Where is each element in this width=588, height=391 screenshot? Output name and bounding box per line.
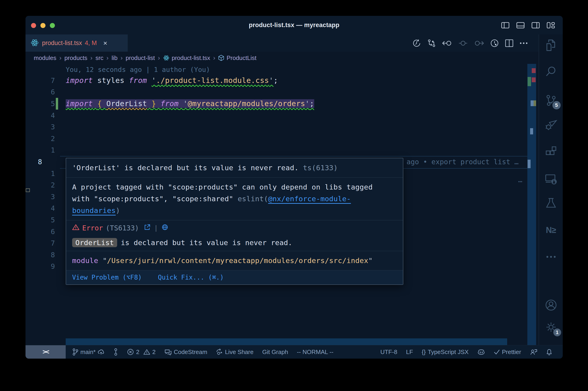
horizontal-scrollbar[interactable] (66, 338, 507, 345)
tab-close-icon[interactable]: × (103, 39, 107, 47)
lint-rule-line1: A project tagged with "scope:products" c… (72, 181, 397, 193)
breadcrumb-lib[interactable]: lib (112, 54, 118, 62)
open-changes-icon[interactable] (427, 39, 436, 48)
line-number[interactable]: 8 (25, 158, 58, 166)
line-number[interactable]: 6 (25, 228, 58, 236)
file-history-icon[interactable] (490, 39, 499, 48)
run-debug-icon[interactable] (544, 118, 558, 132)
codestream-item[interactable]: CodeStream (160, 345, 212, 359)
encoding-item[interactable]: UTF-8 (376, 345, 402, 359)
module-path: /Users/juri/nrwl/content/myreactapp/modu… (107, 256, 368, 265)
branch-name: main* (81, 349, 95, 356)
lint-rule-link[interactable]: @nx/enforce-module- (268, 195, 351, 203)
search-icon[interactable] (544, 64, 558, 78)
line-number[interactable]: 1 (25, 146, 58, 154)
notifications-bell-icon[interactable] (542, 345, 557, 359)
settings-gear-icon[interactable]: 1 (544, 320, 558, 334)
breadcrumb-product-list-file[interactable]: product-list.tsx (172, 54, 210, 62)
remote-indicator[interactable]: >< (25, 345, 66, 359)
breadcrumb-modules[interactable]: modules (34, 54, 56, 62)
module-keyword: module (72, 256, 98, 265)
vertical-scrollbar[interactable] (527, 64, 536, 345)
language-mode-item[interactable]: {} TypeScript JSX (417, 345, 473, 359)
breadcrumb-products[interactable]: products (65, 54, 87, 62)
breadcrumb-separator: › (59, 54, 61, 62)
lint-source: eslint( (238, 195, 268, 203)
language-label: TypeScript JSX (428, 349, 469, 356)
code-line[interactable]: 4 (25, 109, 527, 121)
line-number[interactable]: 6 (25, 88, 58, 96)
symbol-chip: OrderList (72, 238, 117, 247)
line-number[interactable]: 5 (25, 216, 58, 224)
globe-icon[interactable] (162, 224, 168, 232)
line-number[interactable]: 5 (25, 100, 58, 108)
toggle-panel-icon[interactable] (516, 22, 525, 28)
eol-label: LF (406, 349, 413, 356)
vim-mode-label: -- NORMAL -- (297, 349, 333, 356)
feedback-icon[interactable] (525, 345, 542, 359)
live-share-item[interactable]: Live Share (212, 345, 258, 359)
split-editor-icon[interactable] (505, 39, 513, 47)
open-external-icon[interactable] (144, 224, 151, 232)
line-number[interactable]: 8 (25, 251, 58, 259)
git-graph-label: Git Graph (262, 349, 288, 356)
code-line[interactable]: 2 (25, 133, 527, 144)
line-number[interactable]: 4 (25, 111, 58, 119)
line-number[interactable]: 9 (25, 262, 58, 270)
code-line[interactable]: 6 (25, 86, 527, 98)
line-number[interactable]: 7 (25, 239, 58, 247)
testing-icon[interactable] (544, 197, 558, 210)
live-share-label: Live Share (225, 349, 253, 356)
line-number[interactable]: 3 (25, 123, 58, 131)
overview-error-mark (532, 77, 536, 82)
clipped-text-ellipsis: … (518, 176, 522, 184)
accounts-icon[interactable] (544, 298, 558, 312)
tab-product-list[interactable]: product-list.tsx 4, M × (25, 34, 128, 52)
explorer-icon[interactable] (544, 38, 558, 52)
breadcrumb-src[interactable]: src (95, 54, 104, 62)
breadcrumb-product-list-folder[interactable]: product-list (126, 54, 155, 62)
previous-change-icon[interactable] (458, 39, 468, 47)
code-line[interactable]: 3 (25, 121, 527, 133)
remote-explorer-icon[interactable] (544, 172, 558, 186)
view-problem-action[interactable]: View Problem (⌥F8) (72, 274, 142, 281)
extensions-icon[interactable] (544, 145, 558, 159)
line-number[interactable]: 4 (25, 204, 58, 212)
inline-blame-annotation: ago • export product list … (407, 158, 519, 166)
vim-mode-indicator[interactable]: -- NORMAL -- (292, 345, 338, 359)
lint-rule-link[interactable]: boundaries (72, 206, 116, 214)
nx-console-icon[interactable]: N≥ (544, 223, 558, 237)
commit-graph-item[interactable] (109, 345, 123, 359)
line-number[interactable]: 7 (25, 77, 58, 85)
code-line[interactable]: 5import { OrderList } from '@myreactapp/… (25, 98, 527, 109)
breadcrumb: modules › products › src › lib › product… (25, 52, 539, 64)
codestream-label: CodeStream (174, 349, 207, 356)
line-number[interactable]: 2 (25, 181, 58, 189)
breadcrumb-symbol-productlist[interactable]: ProductList (227, 54, 256, 62)
warning-triangle-icon (72, 224, 80, 232)
go-back-icon[interactable] (442, 39, 452, 47)
additional-views-icon[interactable] (544, 250, 558, 264)
problems-item[interactable]: 2 2 (123, 345, 160, 359)
line-number[interactable]: 1 (25, 170, 58, 178)
code-line[interactable]: 1 (25, 144, 527, 156)
code-editor[interactable]: You, 12 seconds ago | 1 author (You) 7im… (25, 64, 527, 345)
overview-selection-mark (531, 100, 534, 106)
tooltip-resize-grip[interactable] (26, 188, 30, 192)
code-line[interactable]: 7import styles from './product-list.modu… (25, 75, 527, 86)
formatter-item[interactable]: Prettier (490, 345, 525, 359)
timeline-icon[interactable] (412, 39, 421, 48)
line-number[interactable]: 2 (25, 135, 58, 143)
next-change-icon[interactable] (474, 39, 484, 47)
customize-layout-icon[interactable] (547, 22, 555, 28)
line-number[interactable]: 3 (25, 193, 58, 201)
copilot-item[interactable] (473, 345, 490, 359)
eol-item[interactable]: LF (402, 345, 417, 359)
source-control-icon[interactable]: 5 (544, 94, 558, 107)
git-branch-item[interactable]: main* (68, 345, 109, 359)
quick-fix-action[interactable]: Quick Fix... (⌘.) (158, 274, 224, 281)
more-actions-icon[interactable] (519, 42, 528, 44)
git-graph-item[interactable]: Git Graph (258, 345, 293, 359)
toggle-primary-sidebar-icon[interactable] (501, 22, 509, 28)
toggle-secondary-sidebar-icon[interactable] (531, 22, 540, 28)
